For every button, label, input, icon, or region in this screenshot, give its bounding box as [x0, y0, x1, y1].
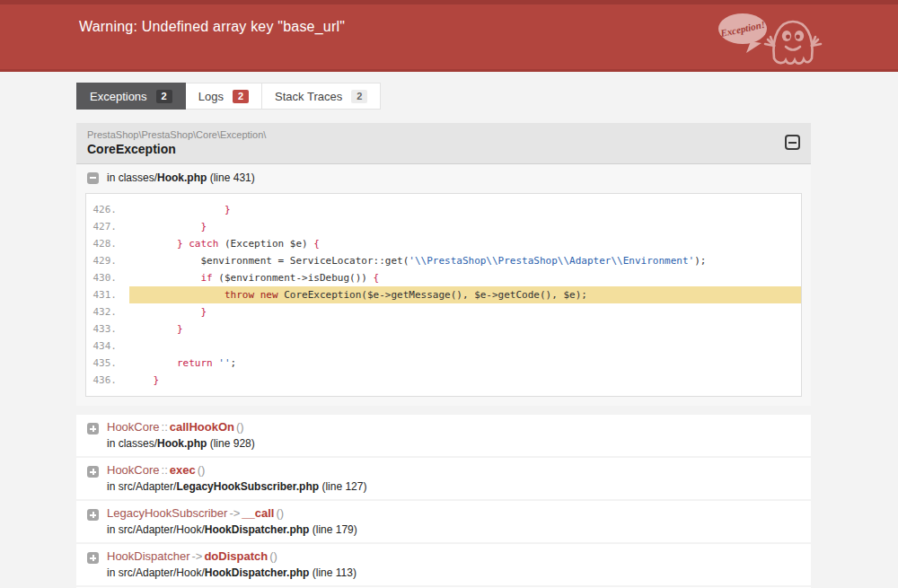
- trace-file-location: in src/Adapter/LegacyHookSubscriber.php …: [107, 480, 800, 493]
- code-token: [129, 374, 154, 386]
- code-text: }: [129, 372, 801, 389]
- code-token: [129, 272, 200, 284]
- code-line: 427. }: [86, 218, 801, 235]
- code-text: } catch (Exception $e) {: [129, 235, 801, 252]
- stack-trace-list: HookCore::callHookOn()in classes/Hook.ph…: [76, 415, 811, 588]
- tab-exceptions[interactable]: Exceptions2: [76, 83, 186, 110]
- trace-call: HookDispatcher->doDispatch(): [107, 549, 800, 564]
- exception-ghost-mascot: Exception!: [715, 8, 823, 69]
- code-token: [129, 306, 200, 318]
- line-number: 436.: [86, 372, 129, 389]
- code-token: CoreException($e->getMessage(), $e->getC…: [284, 289, 587, 301]
- tab-stack-traces[interactable]: Stack Traces2: [262, 83, 381, 110]
- code-token: [129, 357, 177, 369]
- exception-panel: PrestaShop\PrestaShop\Core\Exception\ Co…: [76, 123, 811, 406]
- code-token: [129, 221, 200, 233]
- code-text: }: [129, 201, 801, 218]
- trace-parens: (): [269, 549, 277, 563]
- code-token: {: [374, 272, 380, 284]
- exception-location: in classes/Hook.php (line 431): [76, 164, 811, 191]
- trace-operator: ->: [229, 506, 240, 520]
- trace-parens: (): [236, 420, 244, 434]
- expand-trace-icon[interactable]: [87, 423, 99, 434]
- code-line: 431. throw new CoreException($e->getMess…: [86, 286, 801, 303]
- line-number: 431.: [86, 286, 129, 303]
- trace-class-name: HookCore: [107, 463, 160, 477]
- code-text: return '';: [129, 355, 801, 372]
- exception-namespace: PrestaShop\PrestaShop\Core\Exception\: [87, 129, 800, 140]
- trace-line-number: (line 113): [309, 566, 356, 579]
- line-number: 428.: [86, 235, 129, 252]
- tab-logs[interactable]: Logs2: [186, 83, 262, 110]
- code-token: return: [177, 357, 213, 369]
- code-token: [129, 204, 224, 215]
- ghost-figure: [765, 22, 821, 64]
- code-token: '\\PrestaShop\\PrestaShop\\Adapter\\Envi…: [409, 255, 694, 267]
- trace-call: HookCore::callHookOn(): [107, 420, 800, 434]
- expand-trace-icon[interactable]: [87, 552, 99, 564]
- trace-file-name: HookDispatcher.php: [205, 566, 310, 579]
- exception-page-content: PrestaShop\PrestaShop\Core\Exception\ Co…: [76, 123, 811, 588]
- trace-method-name: doDispatch: [204, 549, 268, 563]
- tab-count-badge: 2: [351, 90, 367, 103]
- code-token: );: [694, 255, 706, 267]
- line-number: 427.: [86, 218, 129, 235]
- trace-file-name: Hook.php: [157, 437, 207, 450]
- trace-item: LegacyHookSubscriber->__call()in src/Ada…: [76, 501, 811, 542]
- location-file: Hook.php: [157, 171, 207, 184]
- code-line: 432. }: [86, 303, 801, 320]
- code-token: (Exception $e): [218, 238, 313, 250]
- trace-class-name: HookCore: [107, 420, 160, 434]
- trace-method-name: exec: [170, 463, 196, 477]
- code-text: }: [129, 218, 801, 235]
- trace-file-prefix: in src/Adapter/Hook/: [107, 566, 205, 579]
- location-line: (line 431): [207, 171, 254, 184]
- trace-method-name: __call: [242, 506, 274, 520]
- exception-details: in classes/Hook.php (line 431) 426. }427…: [76, 164, 811, 406]
- trace-class-name: HookDispatcher: [107, 549, 190, 563]
- line-number: 434.: [86, 338, 129, 355]
- code-line: 429. $environment = ServiceLocator::get(…: [86, 252, 801, 269]
- trace-method-name: callHookOn: [170, 420, 234, 434]
- trace-line-number: (line 179): [309, 523, 357, 536]
- trace-file-prefix: in classes/: [107, 437, 157, 450]
- code-line: 433. }: [86, 320, 801, 338]
- code-token: [129, 289, 224, 301]
- trace-item: HookCore::exec()in src/Adapter/LegacyHoo…: [76, 458, 811, 499]
- code-line: 426. }: [86, 201, 801, 218]
- expand-trace-icon[interactable]: [87, 466, 99, 478]
- code-line: 428. } catch (Exception $e) {: [86, 235, 801, 252]
- code-text: }: [129, 320, 801, 338]
- code-token: }: [200, 221, 207, 233]
- code-token: [129, 323, 177, 335]
- collapse-exception-button[interactable]: [785, 135, 800, 150]
- line-number: 435.: [86, 355, 129, 372]
- code-token: }: [200, 306, 207, 318]
- line-number: 433.: [86, 320, 129, 338]
- trace-line-number: (line 928): [207, 437, 254, 450]
- trace-parens: (): [198, 463, 206, 477]
- trace-file-name: HookDispatcher.php: [205, 523, 310, 536]
- code-token: } catch: [177, 238, 218, 250]
- code-text: if ($environment->isDebug()) {: [129, 269, 801, 286]
- code-text: $environment = ServiceLocator::get('\\Pr…: [129, 252, 801, 269]
- code-token: if: [200, 272, 212, 284]
- trace-file-location: in src/Adapter/Hook/HookDispatcher.php (…: [107, 523, 800, 536]
- line-number: 426.: [86, 201, 129, 218]
- trace-file-prefix: in src/Adapter/Hook/: [107, 523, 205, 536]
- code-token: ;: [231, 357, 237, 369]
- code-token: '': [218, 357, 230, 369]
- trace-parens: (): [276, 506, 284, 520]
- tab-label: Stack Traces: [275, 90, 342, 103]
- code-token: throw new: [224, 289, 284, 301]
- line-number: 429.: [86, 252, 129, 269]
- trace-file-prefix: in src/Adapter/: [107, 480, 176, 493]
- code-token: {: [313, 238, 320, 250]
- highlighted-code-text: throw new CoreException($e->getMessage()…: [129, 286, 801, 303]
- trace-file-location: in classes/Hook.php (line 928): [107, 437, 800, 450]
- trace-operator: ->: [192, 549, 203, 563]
- collapse-code-icon[interactable]: [87, 172, 99, 184]
- code-text: }: [129, 303, 801, 320]
- trace-item: HookCore::callHookOn()in classes/Hook.ph…: [76, 415, 811, 456]
- expand-trace-icon[interactable]: [87, 509, 99, 521]
